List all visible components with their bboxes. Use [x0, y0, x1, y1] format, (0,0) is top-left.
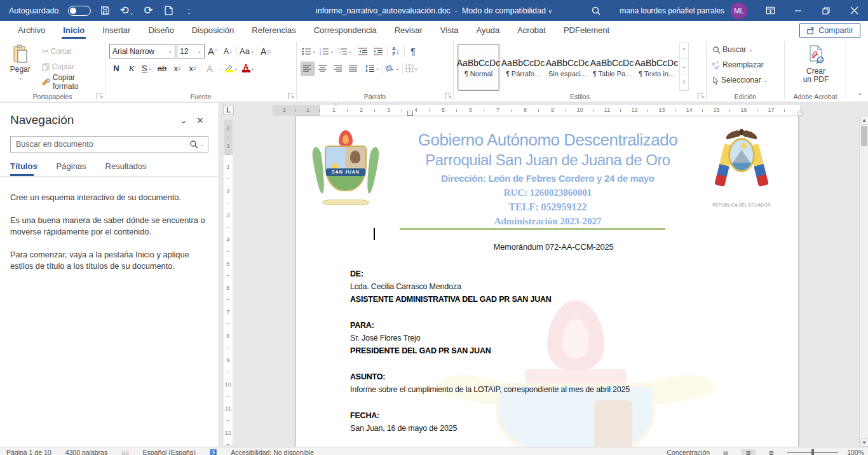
increase-indent-button[interactable] [372, 44, 386, 58]
scroll-up-arrow[interactable]: ▲ [860, 116, 868, 125]
zoom-level[interactable]: 100% [847, 449, 864, 455]
subscript-button[interactable]: x2 [170, 62, 184, 76]
styles-scroll-up[interactable]: ⌃ [680, 43, 688, 59]
navigation-pane-close-icon[interactable]: ✕ [192, 113, 208, 127]
styles-scroll-down[interactable]: ⌄ [680, 59, 688, 75]
proofing-book-icon[interactable]: 📖 [121, 449, 128, 455]
avatar[interactable]: ML [731, 3, 747, 19]
page-indicator[interactable]: Página 1 de 10 [6, 449, 51, 455]
create-pdf-button[interactable]: Crear un PDF [799, 43, 833, 91]
redo-button[interactable]: ⟳ [143, 5, 154, 17]
font-color-button[interactable]: A ⌄ [241, 62, 256, 76]
navigation-tab[interactable]: Resultados [105, 161, 152, 176]
sort-button[interactable]: AZ ↓ [389, 44, 403, 58]
ribbon-display-options-icon[interactable] [756, 0, 784, 21]
bullet-list-button[interactable]: ⌄ [301, 44, 317, 58]
print-layout-button[interactable]: ▥ [742, 449, 756, 455]
ribbon-tab[interactable]: Diseño [139, 21, 182, 39]
line-spacing-button[interactable]: ⌄ [363, 62, 381, 76]
right-indent-marker[interactable] [797, 111, 803, 115]
vertical-ruler[interactable]: 21 123456789101112 [224, 119, 233, 447]
ribbon-tab[interactable]: Referencias [243, 21, 304, 39]
restore-button[interactable] [812, 0, 840, 21]
language-indicator[interactable]: Español (España) [142, 449, 195, 455]
ribbon-tab[interactable]: Correspondencia [305, 21, 386, 39]
styles-dialog-launcher[interactable]: ↘ [698, 93, 704, 99]
show-formatting-marks-button[interactable]: ¶ [406, 44, 420, 58]
select-button[interactable]: Seleccionar⌄ [710, 73, 782, 87]
copy-button[interactable]: Copiar [40, 60, 102, 74]
style-card[interactable]: AaBbCcDc ¶ Párrafo... [502, 44, 544, 91]
superscript-button[interactable]: x2 [186, 62, 200, 76]
horizontal-ruler[interactable]: 21 1234567891011121314151617 [234, 105, 859, 116]
focus-mode-button[interactable]: Concentración [667, 449, 710, 455]
ribbon-tab[interactable]: Vista [431, 21, 468, 39]
zoom-slider[interactable] [787, 452, 838, 453]
italic-button[interactable]: K [125, 62, 139, 76]
close-button[interactable] [840, 0, 868, 21]
scrollbar-thumb[interactable] [861, 126, 867, 146]
word-count[interactable]: 4300 palabras [65, 449, 108, 455]
clipboard-dialog-launcher[interactable]: ↘ [97, 93, 103, 99]
search-icon[interactable] [582, 0, 610, 21]
align-right-button[interactable] [331, 62, 345, 76]
font-size-combobox[interactable]: 12⌄ [177, 44, 205, 58]
grow-font-button[interactable]: A⌃ [206, 44, 220, 58]
decrease-indent-button[interactable] [356, 44, 370, 58]
style-card[interactable]: AaBbCcDc ¶ Table Pa... [591, 44, 633, 91]
underline-button[interactable]: S⌄ [140, 62, 154, 76]
bold-button[interactable]: N [109, 62, 123, 76]
document-search-input[interactable] [11, 140, 189, 149]
borders-button[interactable]: ⌄ [404, 62, 419, 76]
highlight-button[interactable]: ⌄ [224, 62, 239, 76]
autosave-toggle[interactable] [68, 6, 91, 16]
change-case-button[interactable]: Aa⌄ [238, 44, 255, 58]
text-effects-button[interactable]: A [203, 62, 217, 76]
vertical-scrollbar[interactable]: ▲ ▼ [859, 116, 868, 447]
paragraph-dialog-launcher[interactable]: ↘ [445, 93, 451, 99]
ribbon-tab[interactable]: Insertar [93, 21, 139, 39]
align-center-button[interactable] [316, 62, 330, 76]
ribbon-tab[interactable]: Revisar [386, 21, 431, 39]
navigation-tab[interactable]: Páginas [57, 161, 92, 176]
shrink-font-button[interactable]: A⌄ [221, 44, 235, 58]
share-button[interactable]: Compartir [799, 23, 860, 38]
navigation-pane-options-chevron[interactable]: ⌄ [175, 113, 192, 127]
ribbon-tab[interactable]: PDFelement [555, 21, 618, 39]
shading-button[interactable]: ⌄ [384, 62, 400, 76]
font-dialog-launcher[interactable]: ↘ [288, 93, 294, 99]
ribbon-tab[interactable]: Acrobat [508, 21, 555, 39]
align-left-button[interactable] [301, 62, 315, 76]
read-mode-button[interactable]: ▤ [719, 449, 733, 455]
customize-toolbar-chevron[interactable]: ‒⌄ [184, 5, 195, 17]
justify-button[interactable] [346, 62, 360, 76]
clear-formatting-button[interactable]: A◇ [259, 44, 273, 58]
style-card[interactable]: AaBbCcDc ¶ Texto in... [635, 44, 677, 91]
styles-gallery-more[interactable]: ⌇ [680, 74, 688, 90]
left-indent-marker[interactable] [407, 111, 413, 116]
scroll-down-arrow[interactable]: ▼ [860, 438, 868, 447]
style-card[interactable]: AaBbCcDc Sin espaci... [546, 44, 588, 91]
ribbon-tab[interactable]: Inicio [54, 21, 93, 39]
tab-stop-selector[interactable]: L [223, 105, 234, 115]
numbered-list-button[interactable]: 1 2 3 ⌄ [318, 44, 335, 58]
paste-button[interactable]: Pegar ⌄ [4, 43, 36, 91]
document-page[interactable]: SAN JUAN REPÚBLICA DEL ECUADOR Gobierno … [295, 116, 799, 447]
new-document-icon[interactable] [163, 5, 175, 17]
undo-button[interactable]: ⟲⌄ [120, 6, 134, 16]
accessibility-status[interactable]: Accesibilidad: No disponible [231, 449, 314, 455]
navigation-tab[interactable]: Títulos [10, 161, 43, 176]
compatibility-mode-label[interactable]: Modo de compatibilidad [462, 6, 546, 15]
web-layout-button[interactable]: ▧ [764, 449, 778, 455]
collapse-ribbon-button[interactable]: ⌃ [858, 92, 863, 99]
save-icon[interactable] [100, 5, 111, 17]
font-family-combobox[interactable]: Arial Narrow⌄ [109, 44, 175, 58]
format-painter-button[interactable]: Copiar formato [40, 75, 102, 89]
strikethrough-button[interactable]: ab [155, 62, 169, 76]
memo-body[interactable]: Memorándum 072-AA-CCM-2025 DE: Lcda. Cec… [350, 241, 757, 447]
minimize-button[interactable] [784, 0, 812, 21]
ribbon-tab[interactable]: Disposición [183, 21, 243, 39]
find-button[interactable]: Buscar⌄ [710, 43, 782, 57]
ribbon-tab[interactable]: Ayuda [467, 21, 508, 39]
multilevel-list-button[interactable]: 1 a i ⌄ [337, 44, 353, 58]
